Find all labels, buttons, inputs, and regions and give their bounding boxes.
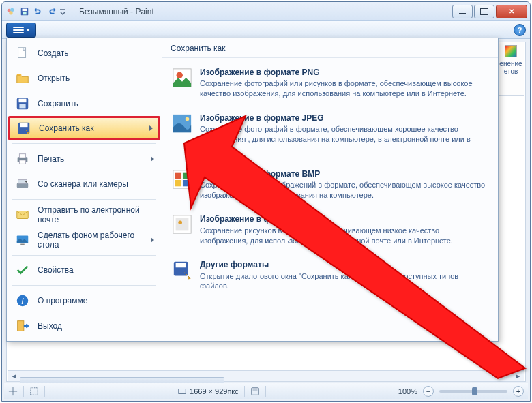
titlebar: Безымянный - Paint [2, 2, 530, 21]
menu-item-label: Отправить по электронной почте [38, 205, 154, 224]
menu-item-save-as[interactable]: Сохранить как [8, 116, 160, 140]
svg-rect-20 [20, 243, 25, 245]
scrollbar-horizontal[interactable]: ◄ ► [8, 370, 524, 382]
file-size-panel [250, 387, 260, 396]
quick-access-toolbar [5, 5, 72, 18]
menu-item-properties[interactable]: Свойства [8, 258, 160, 283]
submenu-item-other[interactable]: Другие форматы Открытие диалогового окна… [165, 254, 495, 299]
submenu-arrow-icon [151, 237, 154, 243]
submenu-item-bmp[interactable]: Изображение в формате BMP Сохранение люб… [165, 164, 495, 208]
status-bar: 1669 × 929пкс 100% − + [4, 383, 528, 399]
properties-icon [14, 262, 31, 278]
zoom-in-button[interactable]: + [513, 386, 524, 397]
menu-item-save[interactable]: Сохранить [8, 91, 160, 116]
menu-item-email[interactable]: Отправить по электронной почте [8, 203, 160, 227]
menu-item-print[interactable]: Печать [8, 147, 160, 171]
submenu-item-desc: Открытие диалогового окна "Сохранить как… [200, 271, 489, 292]
maximize-button[interactable] [474, 5, 494, 18]
qat-undo-icon[interactable] [32, 5, 44, 18]
svg-rect-39 [179, 389, 186, 393]
svg-rect-5 [23, 12, 26, 14]
other-formats-icon [171, 259, 193, 281]
separator [12, 143, 156, 144]
menu-item-label: Сделать фоном рабочего стола [38, 230, 144, 250]
svg-rect-30 [183, 172, 189, 178]
submenu-item-title: Изображение в формате JPEG [200, 113, 489, 123]
scroll-right-icon[interactable]: ► [512, 371, 524, 381]
qat-customize-icon[interactable] [59, 5, 66, 18]
submenu-item-desc: Сохранение фотографий или рисунков в фор… [200, 78, 489, 99]
image-dimensions-panel: 1669 × 929пкс [177, 387, 239, 396]
svg-point-17 [25, 181, 27, 183]
bmp-format-icon [171, 168, 193, 190]
separator [70, 5, 70, 18]
wallpaper-icon [14, 232, 31, 248]
menu-item-open[interactable]: Открыть [8, 66, 160, 91]
svg-rect-41 [252, 388, 257, 391]
menu-item-label: Создать [38, 48, 69, 58]
selection-size-panel [29, 387, 39, 396]
submenu-item-desc: Сохранение любых изображений в формате, … [200, 180, 489, 200]
menu-item-new[interactable]: Создать [8, 41, 160, 65]
gif-format-icon [171, 213, 193, 235]
svg-rect-31 [175, 180, 181, 186]
svg-rect-29 [175, 172, 181, 178]
window-controls [451, 5, 527, 18]
svg-rect-38 [31, 387, 38, 395]
help-icon[interactable]: ? [514, 24, 526, 36]
submenu-item-gif[interactable]: Изображение в формате GIF Сохранение рис… [165, 209, 495, 253]
scanner-icon [14, 176, 31, 192]
crosshair-icon [8, 387, 18, 396]
info-icon: i [14, 293, 31, 309]
zoom-level: 100% [398, 387, 417, 395]
submenu-item-title: Изображение в формате BMP [200, 168, 489, 179]
disk-icon [250, 387, 260, 396]
file-menu-button[interactable] [6, 23, 36, 38]
svg-rect-23 [18, 321, 24, 331]
menu-item-label: Открыть [38, 74, 70, 83]
submenu-item-jpeg[interactable]: Изображение в формате JPEG Сохранение фо… [165, 108, 495, 162]
zoom-slider[interactable] [439, 390, 507, 393]
svg-rect-9 [19, 104, 25, 108]
new-file-icon [14, 45, 31, 61]
menu-item-about[interactable]: i О программе [8, 288, 160, 313]
menu-item-exit[interactable]: Выход [8, 314, 160, 338]
qat-save-icon[interactable] [18, 5, 31, 18]
scroll-left-icon[interactable]: ◄ [8, 371, 20, 381]
menu-item-label: Со сканера или камеры [38, 179, 128, 189]
minimize-button[interactable] [452, 5, 473, 18]
window-title: Безымянный - Paint [79, 7, 154, 16]
svg-rect-14 [19, 160, 25, 164]
submenu-arrow-icon [149, 125, 153, 131]
save-as-submenu: Сохранить как Изображение в формате PNG … [162, 38, 498, 341]
zoom-out-button[interactable]: − [423, 386, 434, 397]
zoom-slider-thumb[interactable] [472, 387, 477, 395]
svg-rect-37 [176, 263, 186, 268]
separator [23, 386, 24, 397]
submenu-item-png[interactable]: Изображение в формате PNG Сохранение фот… [165, 62, 495, 106]
separator [265, 386, 266, 397]
separator [12, 255, 156, 256]
svg-rect-4 [23, 8, 27, 11]
menu-item-label: Сохранить [38, 99, 78, 108]
close-button[interactable] [496, 5, 527, 18]
menu-item-scanner[interactable]: Со сканера или камеры [8, 172, 160, 196]
save-as-icon [16, 120, 32, 136]
svg-point-2 [9, 11, 12, 14]
file-menu-list: Создать Открыть Сохранить Сохранить как … [7, 38, 162, 341]
menu-item-label: Выход [38, 321, 62, 331]
menu-item-label: Печать [38, 154, 64, 164]
separator [12, 285, 156, 286]
caret-down-icon [26, 29, 30, 31]
menu-item-set-wallpaper[interactable]: Сделать фоном рабочего стола [8, 228, 160, 252]
submenu-title: Сохранить как [162, 38, 498, 58]
submenu-item-desc: Сохранение рисунков в формате, обеспечив… [200, 226, 489, 246]
jpeg-format-icon [171, 113, 193, 134]
qat-redo-icon[interactable] [46, 5, 58, 18]
selection-icon [29, 387, 39, 396]
svg-rect-32 [183, 180, 189, 186]
svg-point-25 [177, 72, 183, 78]
svg-rect-8 [19, 98, 27, 102]
submenu-item-title: Изображение в формате GIF [200, 213, 489, 224]
save-icon [14, 95, 31, 112]
